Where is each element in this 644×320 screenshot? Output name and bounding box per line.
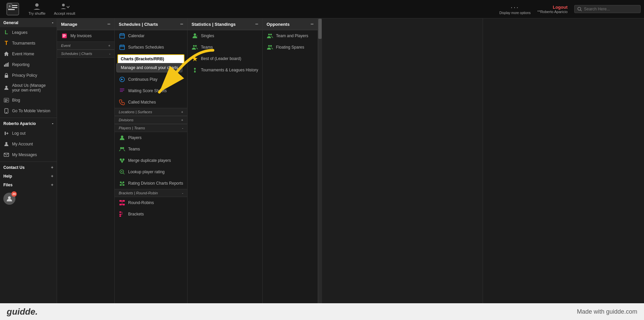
- brackets-item-label: Brackets: [128, 212, 144, 216]
- contact-us-plus[interactable]: +: [51, 165, 53, 170]
- calendar-item[interactable]: Calendar: [115, 30, 187, 42]
- leagues-icon: L: [3, 29, 9, 36]
- floating-spares-item[interactable]: Floating Spares: [263, 42, 318, 53]
- lookup-label: Lookup player rating: [128, 170, 165, 174]
- svg-rect-61: [119, 215, 121, 217]
- privacy-label: Privacy Policy: [12, 73, 37, 78]
- search-box[interactable]: [574, 5, 641, 13]
- rating-division-item[interactable]: Rating Division Charts Reports: [115, 178, 187, 189]
- svg-rect-12: [7, 63, 8, 67]
- footer-tagline: Made with guidde.com: [577, 308, 637, 315]
- try-shuffle-button[interactable]: Try shuffle: [29, 3, 46, 15]
- reporting-icon: [3, 62, 9, 68]
- stats-header[interactable]: Statistics | Standings −: [187, 18, 262, 30]
- svg-rect-17: [5, 99, 7, 100]
- files-plus[interactable]: +: [51, 183, 53, 187]
- brackets-item[interactable]: Brackets: [115, 208, 187, 220]
- surfaces-schedules-item[interactable]: Surfaces Schedules: [115, 42, 187, 53]
- notification-badge: 20: [11, 191, 17, 197]
- called-matches-item[interactable]: Called Matches: [115, 97, 187, 108]
- svg-point-15: [5, 86, 7, 88]
- charts-brackets-label: Charts (Brackets/RRB): [121, 57, 164, 61]
- schedules-sub-header[interactable]: Schedules | Charts -: [57, 50, 114, 58]
- general-section-header[interactable]: General -: [0, 18, 57, 27]
- sidebar-item-logout[interactable]: Log out: [0, 128, 57, 139]
- sidebar-item-blog[interactable]: Blog: [0, 95, 57, 106]
- brackets-minus[interactable]: -: [182, 191, 183, 195]
- logout-label[interactable]: Logout: [537, 5, 568, 10]
- search-input[interactable]: [584, 7, 638, 11]
- best-of-item[interactable]: Best of (Leader board): [187, 53, 262, 64]
- help-section[interactable]: Help +: [0, 172, 57, 181]
- my-invoices-item[interactable]: My Invoices: [57, 30, 114, 42]
- sidebar-item-about-us[interactable]: About Us (Manage your own event): [0, 81, 57, 95]
- stats-label: Statistics | Standings: [192, 22, 236, 27]
- lookup-rating-item[interactable]: Lookup player rating: [115, 166, 187, 178]
- schedules-sub-minus[interactable]: -: [109, 52, 110, 56]
- stats-minus[interactable]: −: [255, 21, 258, 27]
- opponents-minus[interactable]: −: [310, 21, 313, 27]
- players-teams-minus[interactable]: -: [182, 126, 183, 130]
- svg-point-7: [62, 4, 65, 6]
- locations-plus[interactable]: +: [181, 110, 183, 114]
- singles-icon: [192, 33, 198, 39]
- divisions-plus[interactable]: +: [181, 118, 183, 122]
- event-plus[interactable]: +: [108, 44, 110, 48]
- sidebar-item-reporting[interactable]: Reporting: [0, 59, 57, 70]
- history-item[interactable]: Tournaments & Leagues History: [187, 64, 262, 76]
- team-players-item[interactable]: Team and Players: [263, 30, 318, 42]
- sidebar-item-my-messages[interactable]: My Messages: [0, 149, 57, 160]
- sidebar-item-mobile[interactable]: Go To Mobile Version: [0, 106, 57, 116]
- blog-icon: [3, 97, 9, 103]
- schedules-minus[interactable]: −: [180, 21, 183, 27]
- sidebar-item-privacy-policy[interactable]: Privacy Policy: [0, 70, 57, 81]
- teams-item[interactable]: Teams: [115, 143, 187, 155]
- players-teams-sub-header[interactable]: Players | Teams -: [115, 124, 187, 132]
- scrollbar-thumb[interactable]: [318, 19, 322, 39]
- scrollbar-track[interactable]: [318, 18, 322, 303]
- divisions-sub-header[interactable]: Divisions +: [115, 116, 187, 124]
- user-minus[interactable]: -: [52, 121, 53, 126]
- general-minus[interactable]: -: [52, 20, 53, 25]
- teams-stat-item[interactable]: Teams: [187, 42, 262, 53]
- round-robins-item[interactable]: Round-Robins: [115, 197, 187, 208]
- help-plus[interactable]: +: [51, 174, 53, 179]
- svg-rect-60: [119, 214, 121, 215]
- charts-brackets-item[interactable]: Charts (Brackets/RRB): [117, 54, 184, 64]
- accept-result-button[interactable]: Accept result: [54, 3, 75, 15]
- waiting-score-item[interactable]: Waiting Score Sheets: [115, 85, 187, 97]
- locations-label: Locations | Surfaces: [119, 110, 152, 114]
- locations-sub-header[interactable]: Locations | Surfaces +: [115, 108, 187, 116]
- star-icon: [192, 55, 198, 62]
- players-item[interactable]: Players: [115, 132, 187, 143]
- opponents-header[interactable]: Opponents −: [263, 18, 318, 30]
- continuous-play-item[interactable]: Continuous Play: [115, 74, 187, 85]
- players-icon: [119, 134, 125, 141]
- event-sub-header[interactable]: Event +: [57, 42, 114, 50]
- team-players-icon: [267, 33, 273, 39]
- accept-result-label: Accept result: [54, 11, 75, 15]
- merge-label: Merge duplicate players: [128, 158, 171, 163]
- rr-icon: [119, 199, 125, 206]
- called-matches-label: Called Matches: [128, 100, 156, 105]
- schedules-header[interactable]: Schedules | Charts −: [115, 18, 187, 30]
- manage-panel: Manage − My Invoices Event +: [57, 18, 115, 303]
- sidebar-item-event-home[interactable]: Event Home: [0, 49, 57, 59]
- merge-duplicate-item[interactable]: Merge duplicate players: [115, 155, 187, 166]
- svg-rect-26: [63, 35, 65, 35]
- sidebar-item-my-account[interactable]: My Account: [0, 139, 57, 149]
- display-more-button[interactable]: ··· Display more options: [499, 3, 531, 15]
- teams-stat-icon: [192, 44, 198, 51]
- manage-minus[interactable]: −: [107, 21, 110, 27]
- contact-us-section[interactable]: Contact Us +: [0, 163, 57, 172]
- svg-rect-3: [8, 9, 15, 10]
- content-left-panel: [322, 18, 483, 303]
- singles-item[interactable]: Singles: [187, 30, 262, 42]
- sidebar-item-tournaments[interactable]: T Tournaments: [0, 38, 57, 49]
- sidebar-item-leagues[interactable]: L Leagues: [0, 27, 57, 38]
- bracket-icon: [119, 211, 125, 217]
- brackets-sub-header[interactable]: Brackets | Round-Robin -: [115, 189, 187, 197]
- files-section[interactable]: Files +: [0, 181, 57, 189]
- rating-icon: [119, 180, 125, 187]
- manage-header[interactable]: Manage −: [57, 18, 114, 30]
